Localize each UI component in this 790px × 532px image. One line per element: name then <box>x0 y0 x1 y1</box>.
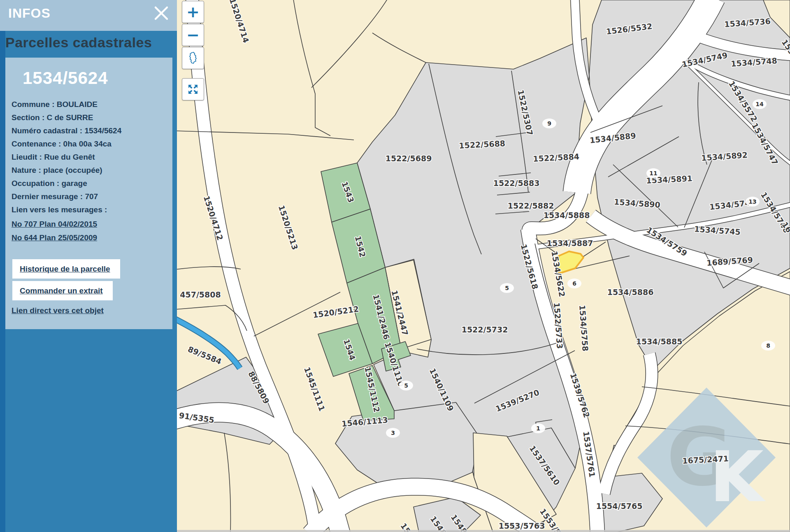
svg-text:6: 6 <box>572 280 576 287</box>
parcel-label: 457/5808 <box>180 290 221 299</box>
mesurage-links: No 707 Plan 04/02/2015No 644 Plan 25/05/… <box>12 217 172 244</box>
parcel-label: 1522/5732 <box>462 325 508 334</box>
detail-row: Contenance : 0ha 00a 34ca <box>12 137 172 151</box>
parcel-badge: 6 <box>567 279 581 288</box>
mesurage-link[interactable]: No 707 Plan 04/02/2015 <box>12 217 97 231</box>
parcel-badge: 3 <box>386 428 400 438</box>
mesurage-link[interactable]: No 644 Plan 25/05/2009 <box>12 231 97 244</box>
parcel-badge: 11 <box>646 168 660 178</box>
svg-text:5: 5 <box>505 285 509 291</box>
parcel-badge: 5 <box>399 381 413 390</box>
sidebar-header: INFOS <box>0 0 177 31</box>
parcel-label: 1534/5886 <box>607 288 654 297</box>
detail-row: Commune : BOULAIDE <box>12 98 172 111</box>
parcel-label: 1534/5887 <box>547 239 593 248</box>
close-icon <box>152 4 170 22</box>
parcel-label: 1522/5689 <box>386 154 432 163</box>
mesurage-links-caption: Lien vers les mesurages : <box>12 203 172 216</box>
parcel-badge: 8 <box>761 341 775 351</box>
app-window: G K 1520/47141526/55321534/57361534/5749… <box>0 0 790 532</box>
parcel-badge: 13 <box>746 197 760 207</box>
fullscreen-arrows-icon <box>186 83 200 96</box>
luxembourg-outline-icon <box>186 51 200 65</box>
parcel-details: Commune : BOULAIDESection : C de SURRENu… <box>12 98 172 203</box>
panel-action-button[interactable]: Historique de la parcelle <box>12 259 120 279</box>
svg-text:9: 9 <box>547 120 551 127</box>
parcel-info-box: 1534/5624 Commune : BOULAIDESection : C … <box>5 58 172 329</box>
minus-icon: − <box>186 25 200 45</box>
svg-text:3: 3 <box>391 430 395 436</box>
svg-text:14: 14 <box>755 101 764 107</box>
zoom-in-button[interactable]: + <box>182 1 204 23</box>
fullscreen-button[interactable] <box>182 78 204 100</box>
svg-text:K: K <box>709 436 766 518</box>
parcel-label: 1534/5885 <box>636 337 683 346</box>
detail-row: Nature : place (occupée) <box>12 164 172 177</box>
detail-row: Dernier mesurage : 707 <box>12 190 172 203</box>
parcel-badge: 5 <box>500 283 514 293</box>
svg-text:5: 5 <box>404 382 408 389</box>
svg-text:13: 13 <box>748 198 756 205</box>
detail-row: Occupation : garage <box>12 177 172 190</box>
svg-text:11: 11 <box>649 170 657 177</box>
sidebar-header-title: INFOS <box>8 6 51 21</box>
zoom-out-button[interactable]: − <box>182 24 204 46</box>
detail-row: Numéro cadastral : 1534/5624 <box>12 124 172 137</box>
parcel-badge: 1 <box>531 423 545 433</box>
parcel-label: 1522/5883 <box>493 179 540 188</box>
parcel-label: 1554/5765 <box>596 502 643 511</box>
svg-text:8: 8 <box>766 342 770 349</box>
parcel-label: 1522/5882 <box>508 201 554 210</box>
plus-icon: + <box>186 2 200 22</box>
direct-link[interactable]: Lien direct vers cet objet <box>12 306 104 315</box>
info-sidebar: INFOS Parcelles cadastrales 1534/5624 Co… <box>0 0 177 532</box>
svg-text:1: 1 <box>536 425 540 432</box>
detail-row: Section : C de SURRE <box>12 111 172 124</box>
close-button[interactable] <box>152 4 170 22</box>
parcel-label: 1553/5763 <box>499 521 545 530</box>
panel-title: Parcelles cadastrales <box>5 35 152 51</box>
parcel-badge: 9 <box>542 118 556 128</box>
panel-actions: Historique de la parcelleCommander un ex… <box>12 259 172 300</box>
parcel-label: 1534/5888 <box>544 211 590 220</box>
sidebar-edge-strip <box>0 0 5 532</box>
map-bottom-strip <box>177 530 790 532</box>
parcel-id: 1534/5624 <box>23 68 172 88</box>
panel-action-button[interactable]: Commander un extrait <box>12 281 113 300</box>
parcel-badge: 14 <box>753 99 767 109</box>
zoom-to-extent-button[interactable] <box>182 47 204 69</box>
detail-row: Lieudit : Rue du Genêt <box>12 151 172 164</box>
